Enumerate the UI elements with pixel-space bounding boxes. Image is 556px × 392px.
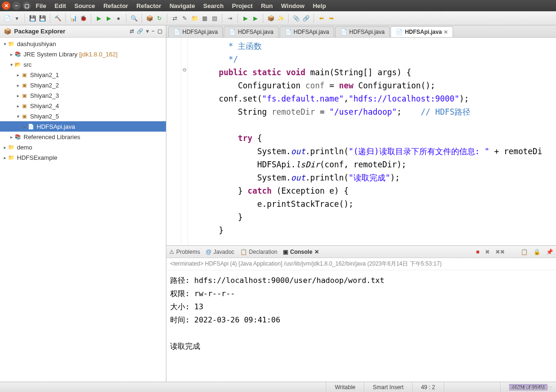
editor-tab-active[interactable]: 📄HDFSApi.java✕ <box>391 26 453 37</box>
terminate-icon[interactable]: ■ <box>476 249 479 255</box>
tab-declaration[interactable]: 📋Declaration <box>240 249 278 255</box>
package-icon: ▣ <box>21 71 28 78</box>
problems-icon: ⚠ <box>169 249 174 255</box>
toggle-icon[interactable]: ⇄ <box>171 14 179 23</box>
build-icon[interactable]: 🔨 <box>54 14 62 23</box>
project-icon: 📁 <box>8 154 15 161</box>
close-icon[interactable]: ✕ <box>314 249 319 255</box>
editor-tab[interactable]: 📄HDFSApi.java <box>224 26 278 37</box>
project-node[interactable]: ▸📁HDFSExample <box>0 152 166 163</box>
box-icon[interactable]: 📦 <box>266 14 275 23</box>
java-file-icon: 📄 <box>285 29 292 35</box>
package-icon: ▣ <box>21 81 28 89</box>
tab-console[interactable]: ▣Console ✕ <box>283 249 319 255</box>
status-insert-mode: Smart Insert <box>364 382 412 392</box>
view-menu-icon[interactable]: ▾ <box>146 28 149 34</box>
console-launch-header: <terminated> HDFSApi (4) [Java Applicati… <box>166 258 556 270</box>
collapse-icon[interactable]: ⇄ <box>130 28 134 34</box>
outline-icon[interactable]: ▤ <box>210 14 219 23</box>
coverage-icon[interactable]: 📊 <box>69 14 78 23</box>
package-node-open[interactable]: ▾▣Shiyan2_5 <box>0 111 166 121</box>
run-play-icon[interactable]: ▶ <box>241 14 250 23</box>
remove-launch-icon[interactable]: ✖ <box>485 249 490 255</box>
status-cursor-pos: 49 : 2 <box>412 382 444 392</box>
package-explorer-view: 📦 Package Explorer ⇄ 🔗 ▾ − ▢ ▾📁dashujush… <box>0 25 166 382</box>
attach-icon[interactable]: 📎 <box>292 14 300 23</box>
jre-node[interactable]: ▸📚JRE System Library [jdk1.8.0_162] <box>0 49 166 59</box>
window-minimize-button[interactable]: − <box>12 1 21 10</box>
main-toolbar: 📄 ▾ 💾 💾 🔨 📊 🐞 ▶ ▶ ● 🔍 📦 ↻ ⇄ ✎ 📁 ▦ ▤ ⇥ ▶ … <box>0 11 556 25</box>
menubar: File Edit Source Refactor Refactor Navig… <box>36 2 333 9</box>
window-close-button[interactable]: ✕ <box>2 1 10 10</box>
menu-navigate[interactable]: Navigate <box>170 2 195 9</box>
remove-all-icon[interactable]: ✖✖ <box>495 249 505 255</box>
project-tree[interactable]: ▾📁dashujushiyan ▸📚JRE System Library [jd… <box>0 38 166 382</box>
src-node[interactable]: ▾📂src <box>0 59 166 70</box>
back-icon[interactable]: ⬅ <box>317 14 326 23</box>
dropdown-icon[interactable]: ▾ <box>13 14 21 23</box>
package-node[interactable]: ▸▣Shiyan2_2 <box>0 80 166 90</box>
window-titlebar: ✕ − ▢ File Edit Source Refactor Refactor… <box>0 0 556 11</box>
package-node[interactable]: ▸▣Shiyan2_1 <box>0 70 166 80</box>
refresh-icon[interactable]: ↻ <box>155 14 164 23</box>
ref-libs-node[interactable]: ▸📚Referenced Libraries <box>0 132 166 142</box>
editor-tabs: 📄HDFSApi.java 📄HDFSApi.java 📄HDFSApi.jav… <box>166 25 556 38</box>
editor-tab[interactable]: 📄HDFSApi.java <box>335 26 390 37</box>
new-package-icon[interactable]: 📦 <box>145 14 154 23</box>
java-file-node[interactable]: ▸📄HDFSApi.java <box>0 121 166 132</box>
project-node[interactable]: ▾📁dashujushiyan <box>0 39 166 49</box>
save-all-icon[interactable]: 💾 <box>38 14 47 23</box>
minimize-view-icon[interactable]: − <box>152 28 155 34</box>
package-node[interactable]: ▸▣Shiyan2_4 <box>0 101 166 111</box>
menu-window[interactable]: Window <box>281 2 305 9</box>
library-icon: 📚 <box>14 50 22 58</box>
tab-problems[interactable]: ⚠Problems <box>169 249 200 255</box>
save-icon[interactable]: 💾 <box>28 14 37 23</box>
folder-icon[interactable]: 📁 <box>190 14 199 23</box>
forward-icon[interactable]: ➡ <box>327 14 336 23</box>
search-icon[interactable]: 🔍 <box>130 14 138 23</box>
menu-source[interactable]: Source <box>74 2 95 9</box>
editor-tab[interactable]: 📄HDFSApi.java <box>168 26 223 37</box>
run-green-icon[interactable]: ▶ <box>94 14 103 23</box>
code-editor[interactable]: ⊖ * 主函数 */ public static void main(Strin… <box>166 38 556 245</box>
package-icon: ▣ <box>21 112 28 120</box>
java-file-icon: 📄 <box>229 29 236 35</box>
menu-refactor[interactable]: Refactor <box>103 2 128 9</box>
javadoc-icon: @ <box>206 249 211 255</box>
package-node[interactable]: ▸▣Shiyan2_3 <box>0 90 166 101</box>
menu-edit[interactable]: Edit <box>55 2 66 9</box>
fold-marker-icon[interactable]: ⊖ <box>182 67 187 73</box>
project-node[interactable]: ▸📁demo <box>0 142 166 152</box>
wand-icon[interactable]: ✨ <box>276 14 285 23</box>
stop-icon[interactable]: ● <box>114 14 123 23</box>
step-icon[interactable]: ⇥ <box>226 14 234 23</box>
maximize-view-icon[interactable]: ▢ <box>157 28 162 34</box>
menu-file[interactable]: File <box>36 2 46 9</box>
edit-icon[interactable]: ✎ <box>180 14 189 23</box>
pin-console-icon[interactable]: 📌 <box>546 249 553 255</box>
link-editor-icon[interactable]: 🔗 <box>137 28 143 34</box>
link-icon[interactable]: 🔗 <box>302 14 310 23</box>
java-file-icon: 📄 <box>173 29 180 35</box>
run-config-icon[interactable]: ▶ <box>104 14 113 23</box>
tab-javadoc[interactable]: @Javadoc <box>206 249 235 255</box>
clear-console-icon[interactable]: 📋 <box>521 249 528 255</box>
menu-refactor-2[interactable]: Refactor <box>136 2 161 9</box>
menu-search[interactable]: Search <box>204 2 224 9</box>
run-ext-icon[interactable]: ▶ <box>251 14 259 23</box>
window-maximize-button[interactable]: ▢ <box>23 1 31 10</box>
menu-help[interactable]: Help <box>313 2 326 9</box>
close-tab-icon[interactable]: ✕ <box>444 29 448 35</box>
editor-tab[interactable]: 📄HDFSApi.java <box>280 26 334 37</box>
java-file-icon: 📄 <box>396 29 403 35</box>
package-explorer-title: Package Explorer <box>14 28 130 35</box>
scroll-lock-icon[interactable]: 🔒 <box>533 249 540 255</box>
menu-project[interactable]: Project <box>232 2 253 9</box>
debug-icon[interactable]: 🐞 <box>79 14 87 23</box>
window-icon[interactable]: ▦ <box>200 14 209 23</box>
new-icon[interactable]: 📄 <box>3 14 11 23</box>
menu-run[interactable]: Run <box>261 2 273 9</box>
src-folder-icon: 📂 <box>14 61 22 68</box>
console-output[interactable]: 路径: hdfs://localhost:9000/user/hadoop/wo… <box>166 270 556 382</box>
